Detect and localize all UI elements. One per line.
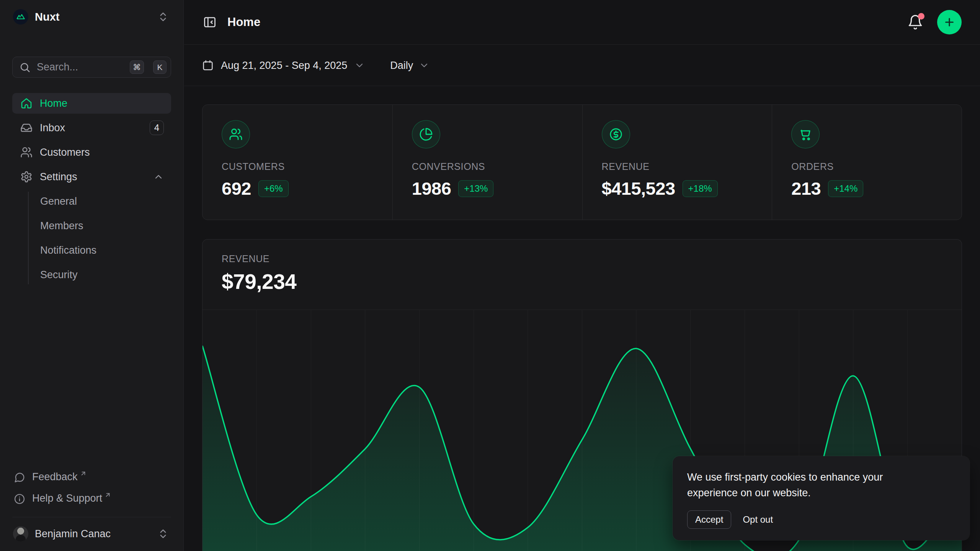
help-support-link[interactable]: Help & Support <box>12 489 171 511</box>
avatar <box>13 526 28 541</box>
search-input[interactable]: Search... ⌘ K <box>12 57 171 78</box>
header-actions <box>907 10 962 34</box>
stat-label: CONVERSIONS <box>412 161 582 172</box>
toolbar: Aug 21, 2025 - Sep 4, 2025 Daily <box>184 45 980 86</box>
home-icon <box>20 97 33 109</box>
revenue-chart-label: REVENUE <box>222 253 942 264</box>
inbox-icon <box>20 122 33 134</box>
date-range-picker[interactable]: Aug 21, 2025 - Sep 4, 2025 <box>202 59 365 72</box>
stats-panel: CUSTOMERS 692 +6% CONVERSIONS 1986 +13% … <box>202 104 962 220</box>
cookie-message: We use first-party cookies to enhance yo… <box>687 469 934 501</box>
chevron-up-down-icon <box>157 528 169 540</box>
revenue-chart-value: $79,234 <box>222 269 942 294</box>
pie-chart-icon <box>412 120 440 148</box>
user-name: Benjamin Canac <box>35 528 111 540</box>
feedback-link[interactable]: Feedback <box>12 468 171 489</box>
chevron-up-icon <box>153 171 164 182</box>
plus-icon <box>943 16 956 28</box>
divider <box>12 517 171 517</box>
external-link-icon <box>80 470 87 477</box>
period-label: Daily <box>390 60 413 72</box>
sidebar-item-customers[interactable]: Customers <box>12 142 171 163</box>
stat-value: 213 <box>791 178 821 199</box>
stat-delta-badge: +6% <box>258 180 289 197</box>
calendar-icon <box>202 59 214 72</box>
stat-delta-badge: +14% <box>828 180 863 197</box>
sidebar-item-label: Inbox <box>40 122 65 134</box>
sidebar-item-label: Settings <box>40 171 77 183</box>
nuxt-logo-icon <box>13 9 28 24</box>
stat-value: 692 <box>222 178 251 199</box>
chevron-down-icon <box>419 60 430 71</box>
shopping-cart-icon <box>791 120 820 148</box>
sidebar-item-home[interactable]: Home <box>12 93 171 114</box>
chevron-up-down-icon <box>157 11 169 23</box>
stat-card-customers: CUSTOMERS 692 +6% <box>203 105 392 220</box>
info-circle-icon <box>14 493 25 505</box>
help-support-label: Help & Support <box>32 492 102 504</box>
cookie-banner: We use first-party cookies to enhance yo… <box>673 456 970 540</box>
search-icon <box>19 62 31 73</box>
cookie-accept-button[interactable]: Accept <box>687 510 731 529</box>
message-bubble-icon <box>14 472 25 483</box>
kbd-meta: ⌘ <box>130 60 144 74</box>
sidebar-item-settings-general[interactable]: General <box>28 191 171 212</box>
users-icon <box>20 146 33 158</box>
stat-delta-badge: +18% <box>683 180 718 197</box>
user-menu[interactable]: Benjamin Canac <box>12 523 171 544</box>
inbox-unread-badge: 4 <box>150 121 164 135</box>
stat-label: REVENUE <box>602 161 772 172</box>
stat-value: 1986 <box>412 178 451 199</box>
stat-card-revenue: REVENUE $415,523 +18% <box>582 105 772 220</box>
collapse-sidebar-icon[interactable] <box>203 15 217 29</box>
external-link-icon <box>104 491 111 499</box>
sidebar-item-settings-members[interactable]: Members <box>28 215 171 236</box>
sidebar-footer: Feedback Help & Support Benjam <box>12 468 171 544</box>
chevron-down-icon <box>354 60 365 71</box>
feedback-label: Feedback <box>32 471 78 483</box>
sidebar-item-settings-security[interactable]: Security <box>28 264 171 285</box>
gear-icon <box>20 171 33 183</box>
stat-label: ORDERS <box>791 161 962 172</box>
cookie-optout-button[interactable]: Opt out <box>743 514 773 525</box>
add-button[interactable] <box>937 10 962 34</box>
date-range-label: Aug 21, 2025 - Sep 4, 2025 <box>221 60 347 72</box>
sidebar-item-settings[interactable]: Settings <box>12 166 171 187</box>
page-title: Home <box>227 15 260 29</box>
search-placeholder: Search... <box>37 61 122 73</box>
team-name: Nuxt <box>35 11 59 23</box>
stat-value: $415,523 <box>602 178 675 199</box>
sidebar: Nuxt Search... ⌘ K Home <box>0 0 184 551</box>
sidebar-item-inbox[interactable]: Inbox 4 <box>12 117 171 138</box>
stat-card-conversions: CONVERSIONS 1986 +13% <box>392 105 582 220</box>
sidebar-item-label: Customers <box>40 147 90 158</box>
circle-dollar-icon <box>602 120 630 148</box>
sidebar-item-label: Home <box>40 98 67 109</box>
users-icon <box>222 120 250 148</box>
notifications-bell-icon[interactable] <box>907 14 923 30</box>
sidebar-nav: Home Inbox 4 Customers <box>12 93 171 289</box>
page-header: Home <box>184 0 980 45</box>
team-switcher[interactable]: Nuxt <box>12 8 171 25</box>
period-select[interactable]: Daily <box>390 60 430 72</box>
settings-subnav: General Members Notifications Security <box>28 191 171 289</box>
stat-card-orders: ORDERS 213 +14% <box>772 105 962 220</box>
sidebar-item-settings-notifications[interactable]: Notifications <box>28 240 171 261</box>
stat-delta-badge: +13% <box>458 180 493 197</box>
kbd-k: K <box>153 60 167 74</box>
notification-dot <box>918 13 924 20</box>
stat-label: CUSTOMERS <box>222 161 392 172</box>
